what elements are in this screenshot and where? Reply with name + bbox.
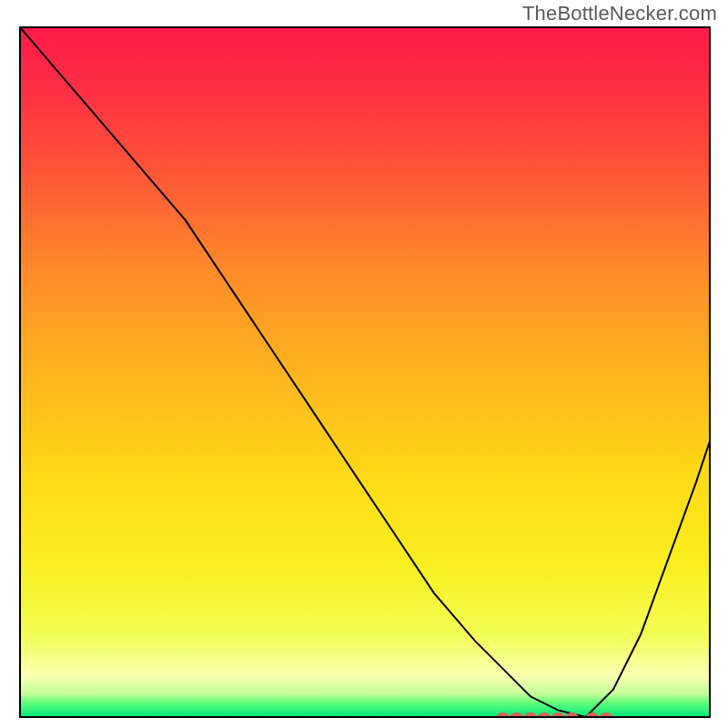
bottleneck-chart bbox=[0, 0, 728, 728]
gradient-background bbox=[20, 27, 710, 717]
chart-stage: TheBottleNecker.com bbox=[0, 0, 728, 728]
